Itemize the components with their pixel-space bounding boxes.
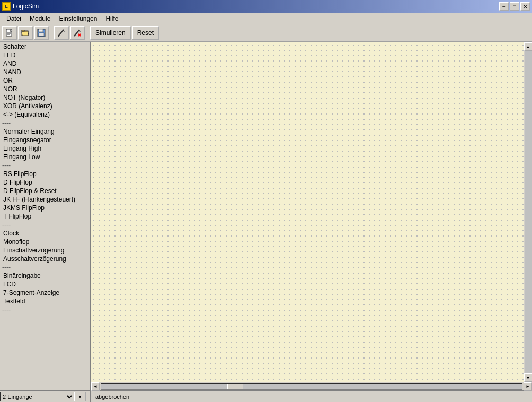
app-title: LogicSim [13, 3, 39, 10]
sidebar-item------equivalenz-[interactable]: <-> (Equivalenz) [0, 110, 90, 119]
sidebar-item-monoflop[interactable]: Monoflop [0, 238, 90, 246]
svg-rect-9 [39, 33, 44, 36]
sidebar-item-jk-ff--flankengesteuert-[interactable]: JK FF (Flankengesteuert) [0, 195, 90, 204]
svg-marker-6 [22, 32, 29, 36]
main-area: SchalterLEDANDNANDORNORNOT (Negator)XOR … [0, 42, 532, 390]
canvas-area[interactable] [91, 42, 524, 382]
sidebar-item-nor[interactable]: NOR [0, 85, 90, 93]
sidebar-item-not--negator-[interactable]: NOT (Negator) [0, 93, 90, 102]
toolbar: Simulieren Reset [0, 24, 532, 42]
wire-button[interactable] [54, 26, 69, 40]
scroll-h-track[interactable] [101, 383, 522, 390]
scroll-up-button[interactable]: ▲ [524, 42, 533, 51]
wire2-icon [73, 29, 82, 37]
sidebar-item-d-flipflop[interactable]: D FlipFlop [0, 178, 90, 187]
sidebar-item-jkms-flipflop[interactable]: JKMS FlipFlop [0, 204, 90, 212]
sidebar-item-and[interactable]: AND [0, 59, 90, 68]
sidebar-item-t-flipflop[interactable]: T FlipFlop [0, 212, 90, 221]
sidebar-item-einschaltverz-gerung[interactable]: Einschaltverzögerung [0, 246, 90, 255]
sidebar-item-eingang-low[interactable]: Eingang Low [0, 153, 90, 161]
toolbar-separator-2 [86, 26, 89, 40]
menu-module[interactable]: Module [25, 14, 55, 23]
sidebar-item-led[interactable]: LED [0, 51, 90, 59]
sidebar-item-normaler-eingang[interactable]: Normaler Eingang [0, 127, 90, 136]
scroll-h-thumb[interactable] [227, 384, 243, 389]
bottom-bar: 1 Eingang2 Eingänge3 Eingänge4 Eingänge8… [0, 390, 532, 402]
simulate-button[interactable]: Simulieren [90, 26, 131, 40]
title-bar: L LogicSim − □ ✕ [0, 0, 532, 13]
wire2-button[interactable] [70, 26, 85, 40]
new-icon [5, 29, 14, 37]
menu-hilfe[interactable]: Hilfe [101, 14, 122, 23]
maximize-button[interactable]: □ [510, 2, 519, 11]
sidebar-item-xor--antivalenz-[interactable]: XOR (Antivalenz) [0, 102, 90, 110]
save-button[interactable] [34, 26, 49, 40]
toolbar-separator-1 [50, 26, 53, 40]
sidebar-item-textfeld[interactable]: Textfeld [0, 297, 90, 305]
sidebar-item-nand[interactable]: NAND [0, 68, 90, 76]
open-button[interactable] [18, 26, 33, 40]
menu-datei[interactable]: Datei [2, 14, 25, 23]
sidebar-separator: ---- [0, 161, 90, 170]
vertical-scrollbar[interactable]: ▲ ▼ [524, 42, 532, 382]
sidebar-separator: ---- [0, 119, 90, 127]
svg-rect-12 [58, 35, 59, 37]
sidebar-separator: ---- [0, 263, 90, 272]
sidebar: SchalterLEDANDNANDORNORNOT (Negator)XOR … [0, 42, 91, 390]
new-button[interactable] [2, 26, 17, 40]
scroll-right-button[interactable]: ► [524, 382, 532, 391]
input-count-select[interactable]: 1 Eingang2 Eingänge3 Eingänge4 Eingänge8… [0, 392, 74, 401]
canvas-with-scrollbars: ▲ ▼ ◄ ► [91, 42, 532, 390]
bottom-left: 1 Eingang2 Eingänge3 Eingänge4 Eingänge8… [0, 391, 91, 402]
sidebar-item-rs-flipflop[interactable]: RS FlipFlop [0, 170, 90, 178]
sidebar-item-lcd[interactable]: LCD [0, 280, 90, 289]
status-bar: abgebrochen [91, 392, 532, 401]
reset-button[interactable]: Reset [132, 26, 159, 40]
sidebar-item-schalter[interactable]: Schalter [0, 42, 90, 51]
sidebar-separator: ---- [0, 305, 90, 314]
app-icon: L [2, 2, 11, 11]
svg-rect-5 [22, 30, 24, 31]
close-button[interactable]: ✕ [520, 2, 530, 11]
svg-rect-8 [39, 29, 43, 32]
menu-bar: Datei Module Einstellungen Hilfe [0, 13, 532, 24]
scroll-left-button[interactable]: ◄ [91, 382, 100, 391]
sidebar-item-ausschaltverz-gerung[interactable]: Ausschaltverzögerung [0, 255, 90, 263]
minimize-button[interactable]: − [499, 2, 509, 11]
sidebar-item-clock[interactable]: Clock [0, 229, 90, 238]
select-arrow-icon[interactable]: ▼ [74, 392, 86, 401]
sidebar-separator: ---- [0, 221, 90, 229]
sidebar-item-d-flipflop---reset[interactable]: D FlipFlop & Reset [0, 187, 90, 195]
save-icon [37, 29, 46, 37]
dot-grid [91, 42, 524, 382]
status-text: abgebrochen [95, 394, 129, 400]
title-bar-left: L LogicSim [2, 2, 39, 11]
sidebar-item-eingangsnegator[interactable]: Eingangsnegator [0, 136, 90, 144]
menu-einstellungen[interactable]: Einstellungen [55, 14, 101, 23]
sidebar-item-or[interactable]: OR [0, 76, 90, 85]
title-bar-buttons: − □ ✕ [499, 2, 530, 11]
sidebar-item-eingang-high[interactable]: Eingang High [0, 144, 90, 153]
open-icon [21, 29, 30, 37]
sidebar-item-7-segment-anzeige[interactable]: 7-Segment-Anzeige [0, 289, 90, 297]
canvas-inner: ▲ ▼ [91, 42, 532, 382]
wire-icon [57, 29, 66, 37]
scroll-down-button[interactable]: ▼ [524, 373, 533, 382]
sidebar-item-bin-reingabe[interactable]: Binäreingabe [0, 272, 90, 280]
horizontal-scrollbar[interactable]: ◄ ► [91, 382, 532, 390]
scroll-v-track[interactable] [525, 51, 532, 373]
